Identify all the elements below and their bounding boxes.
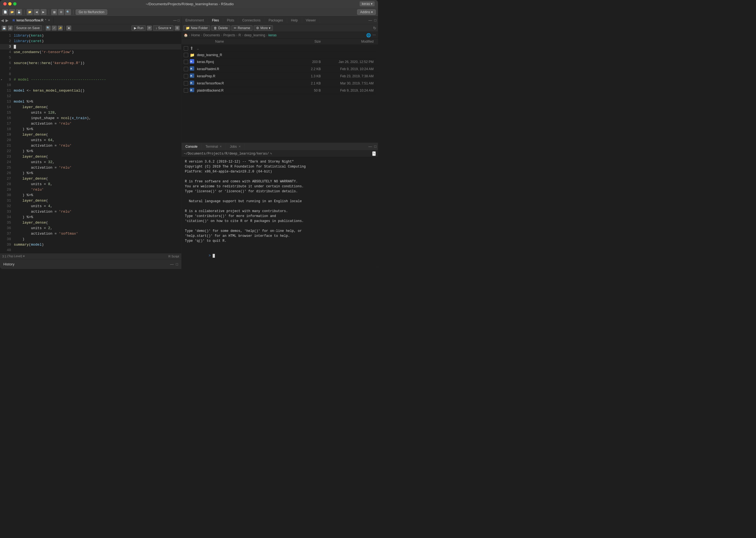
file-row-plaidmlbackend[interactable]: R plaidmlBackend.R 50 B Feb 9, 2019, 10:…: [182, 87, 378, 94]
more-options-icon-btn[interactable]: ☰: [175, 26, 180, 30]
source-btn[interactable]: ↓ Source ▾: [153, 25, 174, 31]
file-row-kerastensorflow[interactable]: R kerasTensorflow.R 2.1 KB Mar 30, 2019,…: [182, 80, 378, 87]
tab-help[interactable]: Help: [287, 17, 302, 24]
layout-btn[interactable]: ▦: [51, 9, 57, 15]
breadcrumb-keras[interactable]: keras: [268, 33, 277, 37]
run-btn[interactable]: ▶ Run: [132, 25, 146, 31]
file-checkbox[interactable]: [184, 60, 188, 64]
file-row-parent[interactable]: ⬆ ..: [182, 45, 378, 52]
print-icon-btn[interactable]: 🖨: [8, 26, 13, 30]
file-row-kerasprep[interactable]: R kerasPrep.R 1.3 KB Feb 23, 2019, 7:38 …: [182, 73, 378, 80]
new-folder-btn[interactable]: 📁 New Folder: [183, 25, 210, 31]
breadcrumb-projects[interactable]: Projects: [223, 33, 235, 37]
file-size-keras-rproj: 203 B: [299, 60, 321, 64]
spell-check-icon-btn[interactable]: ✓: [52, 26, 57, 30]
svg-text:R: R: [190, 89, 192, 91]
maximize-editor-btn[interactable]: □: [178, 19, 180, 22]
more-btn[interactable]: ⚙ More ▾: [254, 25, 273, 31]
files-more-icon[interactable]: ⋯: [372, 33, 376, 37]
minimize-files-btn[interactable]: —: [368, 18, 372, 22]
console-line-17: Type 'q()' to quit R.: [185, 239, 375, 243]
file-checkbox[interactable]: [184, 74, 188, 79]
code-line-35: 35 layer_dense(: [0, 220, 181, 226]
file-icons: 📄 📂 💾: [2, 9, 22, 15]
new-project-btn[interactable]: 📁: [27, 9, 33, 15]
terminal-close-icon[interactable]: ✕: [220, 145, 222, 148]
breadcrumb-home[interactable]: Home: [191, 33, 200, 37]
console-output[interactable]: R version 3.6.2 (2019-12-12) -- "Dark an…: [182, 157, 378, 269]
tab-files[interactable]: Files: [208, 17, 223, 24]
tab-close-btn[interactable]: ✕: [48, 19, 50, 22]
save-btn[interactable]: 💾: [16, 9, 22, 15]
tab-plots[interactable]: Plots: [223, 17, 239, 24]
stop-icon-btn[interactable]: ■: [66, 26, 71, 30]
tab-console[interactable]: Console: [182, 143, 202, 150]
home-icon[interactable]: 🏠: [184, 33, 188, 37]
file-checkbox[interactable]: [184, 46, 188, 51]
editor-nav-back[interactable]: ◀: [0, 18, 5, 23]
minimize-button[interactable]: [8, 2, 12, 6]
files-nav-icon[interactable]: 🌐: [366, 33, 371, 37]
scope-indicator[interactable]: (Top Level) ▾: [7, 254, 25, 258]
addins-button[interactable]: Addins ▾: [357, 9, 376, 15]
back-btn[interactable]: ◀: [33, 9, 40, 15]
save-icon-btn[interactable]: 💾: [2, 26, 7, 30]
tab-packages[interactable]: Packages: [265, 17, 287, 24]
file-checkbox[interactable]: [184, 81, 188, 85]
zoom-btn[interactable]: 🔍: [65, 9, 71, 15]
console-line-3: Platform: x86_64-apple-darwin19.2.0 (64-…: [185, 169, 375, 174]
minimize-console-btn[interactable]: —: [368, 144, 372, 148]
minimize-history-btn[interactable]: —: [170, 262, 174, 266]
console-edit-btn[interactable]: ✎: [372, 151, 376, 156]
breadcrumb-documents[interactable]: Documents: [203, 33, 220, 37]
tab-jobs[interactable]: Jobs ✕: [226, 143, 244, 150]
close-button[interactable]: [3, 2, 7, 6]
delete-label: Delete: [218, 26, 228, 30]
editor-nav-forward[interactable]: ▶: [5, 18, 9, 23]
code-line-5: 5: [0, 55, 181, 61]
tab-terminal[interactable]: Terminal ✕: [202, 143, 226, 150]
new-file-btn[interactable]: 📄: [2, 9, 8, 15]
jobs-close-icon[interactable]: ✕: [239, 145, 241, 148]
source-on-save-btn[interactable]: Source on Save: [14, 25, 42, 31]
breadcrumb-r[interactable]: R: [239, 33, 241, 37]
editor-tab-kerastensorflow[interactable]: R kerasTensorflow.R * ✕: [9, 17, 54, 24]
maximize-history-btn[interactable]: □: [176, 262, 178, 266]
open-file-btn[interactable]: 📂: [9, 9, 15, 15]
file-row-keras-rproj[interactable]: R keras.Rproj 203 B Jan 26, 2020, 12:52 …: [182, 58, 378, 66]
r-file-icon: R: [190, 74, 195, 79]
delete-icon: 🗑: [214, 26, 217, 30]
main-content: ◀ ▶ R kerasTensorflow.R * ✕ — □ 💾 🖨: [0, 17, 378, 269]
traffic-lights: [3, 2, 17, 6]
file-checkbox[interactable]: [184, 53, 188, 57]
maximize-console-btn[interactable]: □: [374, 144, 376, 148]
code-editor[interactable]: 1 library(keras) 2 library(caret) 3: [0, 32, 181, 253]
rename-btn[interactable]: ✏ Rename: [231, 25, 252, 31]
files-list[interactable]: Name Size Modified ⬆ ..: [182, 38, 378, 142]
keras-badge[interactable]: keras ▾: [359, 1, 375, 6]
tab-connections[interactable]: Connections: [238, 17, 265, 24]
console-tabs: Console Terminal ✕ Jobs ✕ — □: [182, 143, 378, 150]
source-on-save-label: Source on Save: [16, 26, 40, 30]
go-to-file-button[interactable]: Go to file/function: [76, 9, 107, 15]
re-run-icon-btn[interactable]: ⟳: [147, 26, 152, 30]
file-checkbox[interactable]: [184, 88, 188, 93]
tab-viewer[interactable]: Viewer: [302, 17, 320, 24]
file-row-deep-learning[interactable]: 📁 deep_learning_R: [182, 52, 378, 58]
breadcrumb-deep-learning[interactable]: deep_learning: [244, 33, 265, 37]
minimize-editor-btn[interactable]: —: [173, 19, 177, 22]
pane-btn[interactable]: ⊞: [58, 9, 64, 15]
forward-btn[interactable]: ▶: [40, 9, 46, 15]
maximize-button[interactable]: [13, 2, 17, 6]
file-checkbox[interactable]: [184, 67, 188, 71]
file-row-kerasplaidml[interactable]: R kerasPlaidml.R 2.2 KB Feb 9, 2019, 10:…: [182, 66, 378, 73]
tab-environment[interactable]: Environment: [182, 17, 208, 24]
console-prompt-line[interactable]: >: [185, 248, 375, 263]
refresh-btn[interactable]: ↻: [373, 26, 376, 30]
console-line-9: Natural language support but running in …: [185, 199, 375, 204]
maximize-files-btn[interactable]: □: [374, 18, 376, 22]
search-icon-btn[interactable]: 🔍: [46, 26, 51, 30]
wand-icon-btn[interactable]: ✨: [58, 26, 63, 30]
delete-btn[interactable]: 🗑 Delete: [211, 25, 230, 31]
window-title: ~/Documents/Projects/R/deep_learning/ker…: [20, 2, 359, 6]
